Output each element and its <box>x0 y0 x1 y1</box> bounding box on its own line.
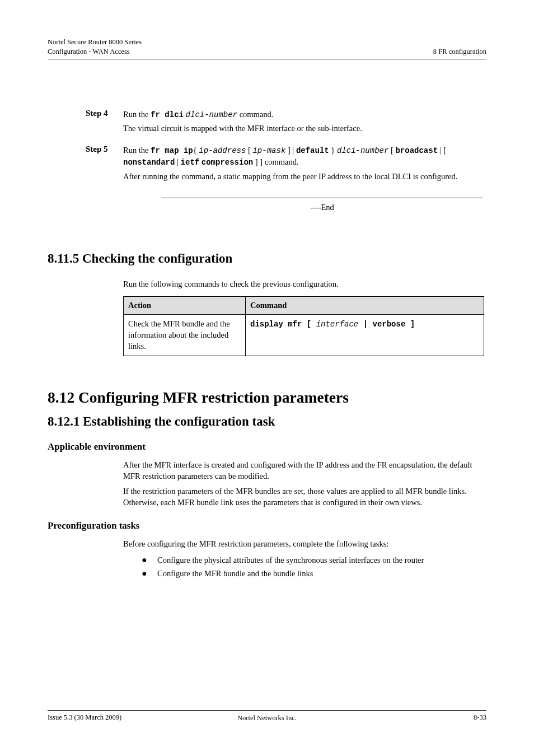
table-row: Check the MFR bundle and the information… <box>124 315 484 356</box>
step-5-b2: [ <box>246 146 252 155</box>
preconfig-head: Preconfiguration tasks <box>48 520 486 531</box>
end-separator <box>161 198 483 198</box>
tbl-a: interface <box>316 320 359 329</box>
step-5-label: Step 5 <box>48 144 123 182</box>
step-5-ip: ip-address <box>199 146 246 155</box>
intro-8-11-5: Run the following commands to check the … <box>123 278 486 290</box>
header-right: 8 FR configuration <box>433 38 486 57</box>
step-5-b6: | [ <box>438 146 446 155</box>
tbl-s: | <box>358 320 372 329</box>
td-command: display mfr [ interface | verbose ] <box>246 315 484 356</box>
step-5-default: default <box>296 146 329 155</box>
step-4-cmd: fr dlci <box>151 110 184 119</box>
step-5-b4: } <box>329 146 337 155</box>
list-item: ● Configure the physical attributes of t… <box>142 553 486 567</box>
bullet-1: Configure the physical attributes of the… <box>157 554 424 566</box>
footer-issue: Issue 5.3 (30 March 2009) <box>48 713 126 722</box>
step-4: Step 4 Run the fr dlci dlci-number comma… <box>48 109 486 134</box>
step-5-b7: | <box>175 157 180 166</box>
step-5-dlci: dlci-number <box>337 146 388 155</box>
header-chapter: 8 FR configuration <box>433 47 486 57</box>
tbl-o: [ <box>302 320 316 329</box>
step-5-body: Run the fr map ip{ ip-address [ ip-mask … <box>123 144 486 182</box>
step-5-b1: { <box>193 146 199 155</box>
step-5-run: Run the <box>123 146 151 155</box>
tbl-b: verbose <box>372 320 405 329</box>
bullet-icon: ● <box>142 553 157 567</box>
footer-page-number: 8-33 <box>408 713 486 722</box>
bullet-icon: ● <box>142 567 157 581</box>
step-5-opt1: broadcast <box>395 146 438 155</box>
step-5-b5: [ <box>388 146 395 155</box>
heading-8-12-1: 8.12.1 Establishing the configuration ta… <box>48 414 486 429</box>
step-4-desc: The virtual circuit is mapped with the M… <box>123 123 486 134</box>
step-5: Step 5 Run the fr map ip{ ip-address [ i… <box>48 144 486 182</box>
list-item: ● Configure the MFR bundle and the bundl… <box>142 567 486 581</box>
step-5-opt2a: nonstandard <box>123 158 175 167</box>
step-5-opt2c: compression <box>202 158 253 167</box>
header-left: Nortel Secure Router 8000 Series Configu… <box>48 38 142 57</box>
preconfig-list: ● Configure the physical attributes of t… <box>142 553 486 581</box>
step-5-tail: command. <box>263 157 298 166</box>
step-4-suffix: command. <box>237 110 273 119</box>
step-5-desc: After running the command, a static mapp… <box>123 171 486 182</box>
env-p1: After the MFR interface is created and c… <box>123 459 486 482</box>
footer-company: Nortel Networks Inc. <box>126 713 408 722</box>
bullet-2: Configure the MFR bundle and the bundle … <box>157 567 313 580</box>
tbl-c: ] <box>405 320 415 329</box>
th-command: Command <box>246 297 484 315</box>
heading-8-11-5: 8.11.5 Checking the configuration <box>48 251 486 266</box>
header-subtitle: Configuration - WAN Access <box>48 47 142 57</box>
tbl-cmd: display mfr <box>250 320 302 329</box>
header-blank <box>433 38 486 47</box>
env-p2: If the restriction parameters of the MFR… <box>123 486 486 508</box>
end-text: ----End <box>161 203 483 212</box>
heading-8-12: 8.12 Configuring MFR restriction paramet… <box>48 389 486 407</box>
step-4-arg: dlci-number <box>186 110 237 119</box>
step-5-b3: ] | <box>285 146 296 155</box>
step-4-label: Step 4 <box>48 109 123 134</box>
page-footer: Issue 5.3 (30 March 2009) Nortel Network… <box>48 710 486 722</box>
step-4-body: Run the fr dlci dlci-number command. The… <box>123 109 486 134</box>
page-header: Nortel Secure Router 8000 Series Configu… <box>48 38 486 59</box>
command-table: Action Command Check the MFR bundle and … <box>123 296 484 356</box>
th-action: Action <box>124 297 246 315</box>
step-4-run: Run the <box>123 110 151 119</box>
applicable-environment-head: Applicable environment <box>48 441 486 452</box>
step-5-mask: ip-mask <box>252 146 285 155</box>
step-5-opt2b: ietf <box>181 158 200 167</box>
td-action: Check the MFR bundle and the information… <box>124 315 246 356</box>
step-5-b8: ] ] <box>253 157 263 166</box>
preconfig-intro: Before configuring the MFR restriction p… <box>123 538 486 549</box>
step-5-cmd: fr map ip <box>151 146 193 155</box>
header-product: Nortel Secure Router 8000 Series <box>48 38 142 47</box>
